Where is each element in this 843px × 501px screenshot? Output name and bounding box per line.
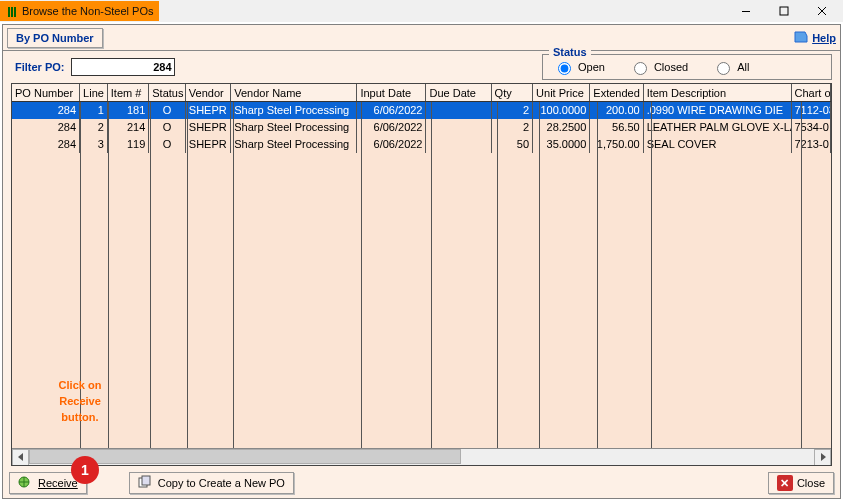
filter-po-input[interactable] bbox=[71, 58, 175, 76]
col-qty[interactable]: Qty bbox=[492, 84, 533, 101]
titlebar: Browse the Non-Steel POs bbox=[0, 0, 843, 22]
col-item[interactable]: Item # bbox=[108, 84, 149, 101]
close-label: Close bbox=[797, 477, 825, 489]
tab-by-po-number[interactable]: By PO Number bbox=[7, 28, 103, 48]
grid-header-row: PO Number Line Item # Status Vendor Vend… bbox=[12, 84, 831, 102]
copy-new-po-button[interactable]: Copy to Create a New PO bbox=[129, 472, 294, 494]
maximize-button[interactable] bbox=[767, 1, 801, 21]
scroll-track[interactable] bbox=[29, 449, 814, 466]
status-closed-label: Closed bbox=[654, 61, 688, 73]
help-icon bbox=[793, 30, 809, 46]
copy-icon bbox=[138, 475, 154, 491]
help-label: Help bbox=[812, 32, 836, 44]
svg-rect-2 bbox=[14, 7, 16, 17]
content-frame: By PO Number Help Filter PO: Status Open bbox=[2, 24, 841, 499]
status-open-radio[interactable]: Open bbox=[553, 59, 605, 75]
minimize-button[interactable] bbox=[729, 1, 763, 21]
window-title: Browse the Non-Steel POs bbox=[22, 5, 153, 17]
col-extended[interactable]: Extended bbox=[590, 84, 643, 101]
col-chart[interactable]: Chart of bbox=[792, 84, 832, 101]
annotation-text: Click on Receive button. bbox=[40, 377, 120, 425]
status-all-label: All bbox=[737, 61, 749, 73]
help-link[interactable]: Help bbox=[793, 30, 836, 46]
col-vendor-name[interactable]: Vendor Name bbox=[231, 84, 357, 101]
grid-horizontal-scrollbar[interactable] bbox=[12, 448, 831, 465]
app-window: Browse the Non-Steel POs By PO Number He… bbox=[0, 0, 843, 501]
svg-rect-4 bbox=[780, 7, 788, 15]
annotation-line2: Receive bbox=[40, 393, 120, 409]
receive-label: Receive bbox=[38, 477, 78, 489]
col-vendor[interactable]: Vendor bbox=[186, 84, 231, 101]
annotation-line1: Click on bbox=[40, 377, 120, 393]
svg-marker-7 bbox=[18, 453, 23, 461]
receive-icon bbox=[18, 475, 34, 491]
grid-body[interactable]: 2841181OSHEPRSharp Steel Processing6/06/… bbox=[12, 102, 831, 448]
titlebar-caption: Browse the Non-Steel POs bbox=[0, 1, 159, 21]
status-open-label: Open bbox=[578, 61, 605, 73]
col-status[interactable]: Status bbox=[149, 84, 186, 101]
col-unit-price[interactable]: Unit Price bbox=[533, 84, 590, 101]
tab-bar: By PO Number Help bbox=[3, 25, 840, 51]
col-po-number[interactable]: PO Number bbox=[12, 84, 80, 101]
annotation-badge: 1 bbox=[71, 456, 99, 484]
annotation-line3: button. bbox=[40, 409, 120, 425]
copy-label: Copy to Create a New PO bbox=[158, 477, 285, 489]
status-all-radio[interactable]: All bbox=[712, 59, 749, 75]
status-group: Status Open Closed All bbox=[542, 54, 832, 80]
close-button[interactable]: ✕ Close bbox=[768, 472, 834, 494]
col-item-desc[interactable]: Item Description bbox=[644, 84, 792, 101]
scroll-left-button[interactable] bbox=[12, 449, 29, 466]
filter-row: Filter PO: Status Open Closed All bbox=[3, 51, 840, 79]
col-line[interactable]: Line bbox=[80, 84, 108, 101]
filter-po-label: Filter PO: bbox=[15, 61, 65, 73]
close-icon: ✕ bbox=[777, 475, 793, 491]
svg-rect-3 bbox=[742, 11, 750, 12]
status-title: Status bbox=[549, 46, 591, 58]
svg-rect-11 bbox=[142, 476, 150, 485]
button-bar: Receive 1 Copy to Create a New PO ✕ Clos… bbox=[3, 468, 840, 498]
close-window-button[interactable] bbox=[805, 1, 839, 21]
status-closed-radio[interactable]: Closed bbox=[629, 59, 688, 75]
po-grid[interactable]: PO Number Line Item # Status Vendor Vend… bbox=[11, 83, 832, 466]
svg-rect-1 bbox=[11, 7, 13, 17]
col-due-date[interactable]: Due Date bbox=[426, 84, 491, 101]
scroll-right-button[interactable] bbox=[814, 449, 831, 466]
svg-marker-8 bbox=[821, 453, 826, 461]
col-input-date[interactable]: Input Date bbox=[357, 84, 426, 101]
app-icon bbox=[6, 5, 18, 17]
svg-rect-0 bbox=[8, 7, 10, 17]
